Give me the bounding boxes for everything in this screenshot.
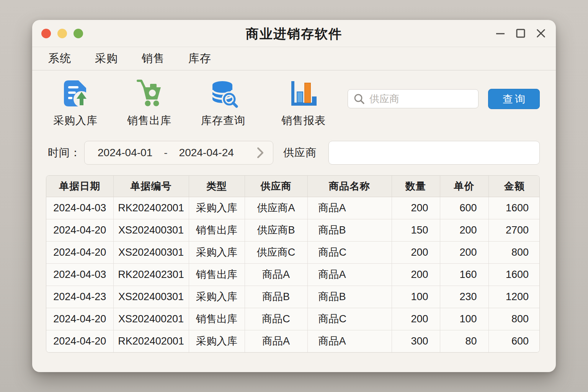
table-cell: 600 [440,197,488,219]
table-row[interactable]: 2024-04-23XS202400301采购入库商品B商品B100230120… [46,286,540,308]
tool-sales-outbound[interactable]: 销售出库 [119,77,180,128]
supplier-search-input[interactable] [369,93,498,105]
menu-item-purchase[interactable]: 采购 [95,51,118,66]
bar-chart-icon [287,77,320,109]
table-cell: 商品C [307,308,392,330]
table-cell: 商品A [307,197,392,219]
table-cell: 100 [440,308,488,330]
menu-item-system[interactable]: 系统 [48,51,71,66]
tool-sales-report[interactable]: 销售报表 [273,77,334,128]
table-cell: 200 [392,241,440,263]
table-row[interactable]: 2024-04-20XS202400201销售出库商品C商品C200100800 [46,308,540,330]
menu-bar: 系统 采购 销售 库存 [32,47,556,70]
table-cell: 商品A [307,330,392,352]
column-header: 单价 [440,176,488,197]
shopping-cart-icon [133,77,165,109]
records-table: 单据日期单据编号类型供应商商品名称数量单价金额 2024-04-03RK2024… [46,175,540,353]
table-header: 单据日期单据编号类型供应商商品名称数量单价金额 [46,176,540,197]
date-range-picker[interactable]: 2024-04-01 - 2024-04-24 [84,141,273,165]
tool-label: 采购入库 [45,113,106,128]
table-cell: 200 [392,308,440,330]
window-controls [495,20,546,47]
column-header: 单据日期 [46,176,113,197]
table-cell: 230 [440,286,488,308]
menu-item-sales[interactable]: 销售 [142,51,165,66]
database-search-icon [207,77,239,109]
menu-item-inventory[interactable]: 库存 [188,51,211,66]
chevron-right-icon [256,146,265,159]
table-cell: 销售出库 [189,263,245,286]
table-cell: 2024-04-20 [46,219,113,241]
table-cell: 150 [392,219,440,241]
table-cell: 1600 [488,263,540,286]
app-window: 商业进销存软件 系统 采购 销售 库存 [32,20,556,372]
supplier-search-box[interactable] [348,89,479,108]
table-cell: 商品C [245,308,307,330]
table-cell: 2024-04-03 [46,197,113,219]
table-cell: 1600 [488,197,540,219]
supplier-filter-input[interactable] [328,141,540,165]
table-cell: RK202402301 [113,263,189,286]
close-icon[interactable] [536,28,546,38]
table-row[interactable]: 2024-04-03RK202402001采购入库供应商A商品A20060016… [46,197,540,219]
time-filter-label: 时间： [48,141,81,165]
minimize-icon[interactable] [495,28,505,38]
document-upload-icon [59,77,91,109]
table-cell: 采购入库 [189,241,245,263]
table-cell: 采购入库 [189,286,245,308]
table-cell: 商品A [245,263,307,286]
table-cell: RK202402001 [113,197,189,219]
table-cell: 800 [488,308,540,330]
table-cell: 销售出库 [189,308,245,330]
table-cell: 2024-04-23 [46,286,113,308]
table-cell: 200 [392,197,440,219]
window-title: 商业进销存软件 [32,20,556,47]
table-cell: 供应商B [245,219,307,241]
tool-label: 库存查询 [193,113,254,128]
date-range-end: 2024-04-24 [179,147,234,159]
search-icon [353,93,365,105]
table-cell: 2024-04-20 [46,241,113,263]
table-cell: 供应商C [245,241,307,263]
table-cell: 2024-04-20 [46,330,113,352]
tool-label: 销售出库 [119,113,180,128]
table-cell: 200 [392,263,440,286]
tool-inventory-query[interactable]: 库存查询 [193,77,254,128]
table-cell: 商品C [307,241,392,263]
tool-label: 销售报表 [273,113,334,128]
table-cell: 200 [440,219,488,241]
maximize-icon[interactable] [516,28,526,38]
table-cell: XS202400301 [113,241,189,263]
table-cell: 商品B [307,286,392,308]
date-range-separator: - [164,147,167,159]
table-cell: 商品A [245,330,307,352]
table-row[interactable]: 2024-04-20RK202402001采购入库商品A商品A30080600 [46,330,540,352]
column-header: 供应商 [245,176,307,197]
table-cell: 160 [440,263,488,286]
table-cell: 2024-04-03 [46,263,113,286]
table-cell: 80 [440,330,488,352]
table-cell: 2700 [488,219,540,241]
table-cell: 100 [392,286,440,308]
table-cell: 300 [392,330,440,352]
table-cell: XS202400301 [113,219,189,241]
tool-purchase-inbound[interactable]: 采购入库 [45,77,106,128]
column-header: 数量 [392,176,440,197]
table-cell: 2024-04-20 [46,308,113,330]
table-cell: XS202400201 [113,308,189,330]
table-cell: RK202402001 [113,330,189,352]
table-cell: 商品A [307,263,392,286]
table-cell: 1200 [488,286,540,308]
table-cell: 供应商A [245,197,307,219]
table-cell: 200 [440,241,488,263]
table-cell: 采购入库 [189,330,245,352]
query-button[interactable]: 查询 [488,89,540,109]
table-cell: 600 [488,330,540,352]
column-header: 类型 [189,176,245,197]
supplier-filter-label: 供应商 [283,141,317,165]
table-row[interactable]: 2024-04-03RK202402301销售出库商品A商品A200160160… [46,263,540,286]
table-row[interactable]: 2024-04-20XS202400301销售出库供应商B商品B15020027… [46,219,540,241]
table-cell: 销售出库 [189,219,245,241]
table-row[interactable]: 2024-04-20XS202400301采购入库供应商C商品C20020080… [46,241,540,263]
table-cell: 商品B [307,219,392,241]
